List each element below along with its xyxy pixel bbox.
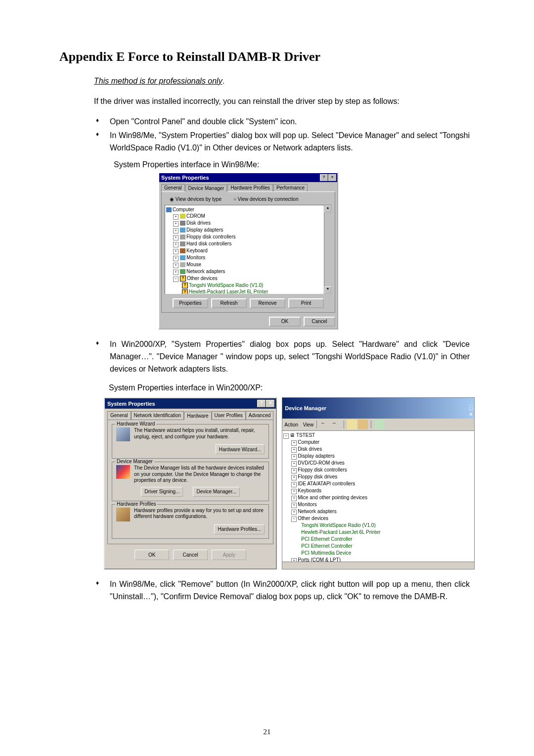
tree-other[interactable]: Other devices	[298, 516, 328, 521]
keyboard-icon	[180, 248, 185, 253]
tree-other-pci2[interactable]: PCI Ethernet Controller	[301, 543, 352, 549]
tree-other-hp[interactable]: Hewlett-Packard LaserJet 6L Printer	[301, 529, 380, 535]
expand-icon[interactable]: +	[291, 461, 297, 467]
tree-monitors[interactable]: Monitors	[298, 502, 316, 507]
cancel-button[interactable]: Cancel	[173, 550, 208, 560]
menu-view[interactable]: View	[303, 422, 314, 427]
expand-icon[interactable]: +	[291, 489, 297, 494]
tree-network[interactable]: Network adapters	[298, 509, 336, 514]
expand-icon[interactable]: +	[173, 228, 178, 234]
properties-icon[interactable]	[374, 420, 384, 429]
tree-disk[interactable]: Disk drives	[298, 446, 322, 452]
close-button[interactable]: ×	[328, 174, 336, 181]
driver-signing-button[interactable]: Driver Signing...	[141, 487, 183, 497]
expand-icon[interactable]: +	[173, 263, 178, 268]
tree-floppy-ctrl[interactable]: Floppy disk controllers	[298, 467, 347, 472]
toolbar-icon[interactable]	[358, 420, 368, 429]
radio-view-by-connection[interactable]: ○ View devices by connection	[233, 196, 299, 202]
expand-icon[interactable]: +	[173, 242, 178, 247]
intro-text: If the driver was installed incorrectly,…	[94, 95, 470, 108]
tree-other-tongshi[interactable]: Tongshi WorldSpace Radio (V1.0)	[189, 283, 263, 288]
win98-system-properties-dialog: System Properties ? × General Device Man…	[158, 172, 338, 330]
hardware-profiles-button[interactable]: Hardware Profiles...	[214, 524, 265, 534]
bullet-win2000-select: In Win2000/XP, "System Properties" dialo…	[94, 338, 470, 375]
tree-keyboards[interactable]: Keyboards	[298, 488, 321, 493]
expand-icon[interactable]: +	[291, 510, 297, 515]
ok-button[interactable]: OK	[269, 317, 301, 327]
collapse-icon[interactable]: −	[173, 277, 178, 282]
xp-tab-content: Hardware Wizard The Hardware wizard help…	[107, 420, 273, 544]
maximize-button[interactable]: □	[469, 405, 473, 411]
expand-icon[interactable]: +	[291, 482, 297, 487]
expand-icon[interactable]: +	[291, 447, 297, 453]
expand-icon[interactable]: +	[291, 454, 297, 460]
minimize-button[interactable]: _	[469, 399, 473, 405]
ok-button[interactable]: OK	[134, 550, 169, 560]
menu-action[interactable]: Action	[284, 422, 298, 427]
collapse-icon[interactable]: −	[291, 517, 297, 522]
tree-other-tongshi[interactable]: Tongshi WorldSpace Radio (V1.0)	[301, 522, 375, 528]
tab-general[interactable]: General	[107, 411, 131, 420]
caption-win98: System Properties interface in Win98/Me:	[114, 160, 475, 169]
expand-icon[interactable]: +	[291, 475, 297, 480]
expand-icon[interactable]: +	[291, 440, 297, 446]
tab-performance[interactable]: Performance	[273, 184, 308, 191]
expand-icon[interactable]: +	[173, 270, 178, 275]
expand-icon[interactable]: +	[173, 235, 178, 240]
hardware-profiles-group: Hardware Profiles Hardware profiles prov…	[112, 504, 269, 539]
close-button[interactable]: ×	[266, 400, 274, 407]
tab-general[interactable]: General	[161, 184, 185, 191]
cancel-button[interactable]: Cancel	[304, 317, 335, 327]
device-manager-button[interactable]: Device Manager...	[193, 487, 240, 497]
print-button[interactable]: Print	[288, 298, 324, 308]
tree-dvd[interactable]: DVD/CD-ROM drives	[298, 460, 344, 466]
monitor-icon	[180, 255, 185, 260]
tree-monitors: Monitors	[186, 255, 205, 260]
hardware-wizard-button[interactable]: Hardware Wizard...	[216, 444, 265, 454]
tab-network-id[interactable]: Network Identification	[131, 411, 184, 420]
tab-hardware[interactable]: Hardware	[184, 412, 211, 420]
toolbar-icon[interactable]	[347, 420, 357, 429]
close-button[interactable]: ×	[469, 411, 473, 417]
help-button[interactable]: ?	[320, 174, 328, 181]
expand-icon[interactable]: +	[173, 249, 178, 254]
forward-icon[interactable]: →	[331, 420, 341, 429]
tab-device-manager[interactable]: Device Manager	[185, 185, 227, 192]
collapse-icon[interactable]: −	[283, 433, 289, 439]
expand-icon[interactable]: +	[291, 503, 297, 508]
tree-other-pci3[interactable]: PCI Multimedia Device	[301, 550, 351, 556]
tree-display[interactable]: Display adapters	[298, 453, 334, 459]
remove-button[interactable]: Remove	[250, 298, 285, 308]
tree-root: TSTEST	[296, 432, 315, 438]
tree-other-pci1[interactable]: PCI Ethernet Controller	[301, 536, 352, 542]
tab-hardware-profiles[interactable]: Hardware Profiles	[227, 184, 272, 191]
scroll-up-icon[interactable]: ▲	[324, 205, 331, 213]
expand-icon[interactable]: +	[291, 468, 297, 473]
dm-device-tree[interactable]: −🖥 TSTEST +Computer +Disk drives +Displa…	[282, 431, 474, 562]
expand-icon[interactable]: +	[291, 558, 297, 562]
scroll-down-icon[interactable]: ▼	[324, 286, 331, 294]
properties-button[interactable]: Properties	[173, 298, 208, 308]
tree-other-hp[interactable]: Hewlett-Packard LaserJet 6L Printer	[189, 289, 268, 294]
win98-view-radio-row: ◉ View devices by type ○ View devices by…	[165, 195, 332, 205]
back-icon[interactable]: ←	[320, 420, 330, 429]
tree-ide[interactable]: IDE ATA/ATAPI controllers	[298, 481, 355, 486]
tree-computer: Computer	[173, 207, 194, 212]
win98-device-tree[interactable]: Computer +CDROM +Disk drives +Display ad…	[165, 205, 332, 294]
expand-icon[interactable]: +	[291, 496, 297, 501]
win98-titlebar-buttons: ? ×	[320, 174, 336, 181]
tab-user-profiles[interactable]: User Profiles	[212, 411, 246, 420]
tree-computer[interactable]: Computer	[298, 439, 319, 445]
tab-advanced[interactable]: Advanced	[246, 411, 273, 420]
dm-title-text: Device Manager	[285, 405, 326, 411]
expand-icon[interactable]: +	[173, 221, 178, 227]
tree-ports[interactable]: Ports (COM & LPT)	[298, 557, 341, 562]
tree-floppy-drives[interactable]: Floppy disk drives	[298, 474, 337, 479]
tree-mice[interactable]: Mice and other pointing devices	[298, 495, 367, 500]
radio-view-by-type[interactable]: ◉ View devices by type	[170, 196, 222, 202]
refresh-button[interactable]: Refresh	[211, 298, 247, 308]
expand-icon[interactable]: +	[173, 256, 178, 261]
help-button[interactable]: ?	[257, 400, 266, 407]
expand-icon[interactable]: +	[173, 214, 178, 220]
scrollbar[interactable]: ▲ ▼	[324, 205, 331, 294]
